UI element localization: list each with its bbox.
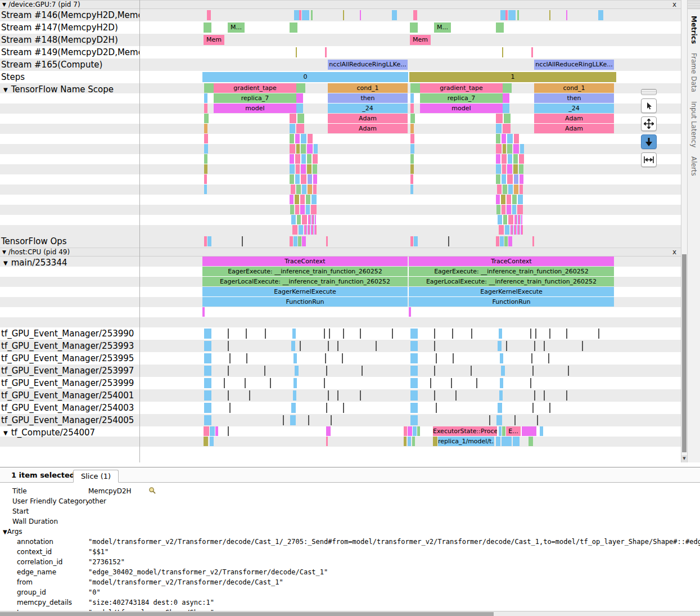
trace-event[interactable] xyxy=(308,215,316,224)
trace-tick[interactable] xyxy=(228,341,229,351)
timeline-lane[interactable] xyxy=(0,225,681,235)
trace-event[interactable] xyxy=(296,124,304,133)
timeline-lane[interactable] xyxy=(0,185,681,195)
trace-tick[interactable] xyxy=(329,329,330,339)
timeline-lane[interactable]: modelmodel_24_24 xyxy=(0,104,681,114)
trace-event[interactable]: TraceContext xyxy=(409,257,614,266)
trace-event[interactable] xyxy=(295,366,299,376)
close-button[interactable]: x xyxy=(672,248,676,256)
trace-tick[interactable] xyxy=(532,403,534,413)
trace-tick[interactable] xyxy=(328,390,329,401)
trace-event[interactable] xyxy=(508,215,513,224)
pan-tool-button[interactable] xyxy=(641,116,657,131)
trace-event[interactable] xyxy=(204,154,207,164)
trace-tick[interactable] xyxy=(362,366,363,376)
trace-event[interactable] xyxy=(496,205,500,214)
trace-event[interactable]: Adam xyxy=(328,124,408,133)
timeline-lane[interactable] xyxy=(0,307,681,317)
trace-event[interactable] xyxy=(410,185,413,194)
trace-event[interactable]: replica_7 xyxy=(214,93,296,103)
trace-event[interactable] xyxy=(297,215,301,224)
trace-event[interactable] xyxy=(503,83,512,93)
trace-event[interactable] xyxy=(343,10,344,20)
track-label[interactable]: tf_GPU_Event_Manager/253995 xyxy=(0,353,139,364)
trace-event[interactable] xyxy=(496,236,499,246)
trace-event[interactable] xyxy=(501,195,505,204)
tab-frame-data[interactable]: Frame Data xyxy=(690,53,698,92)
tab-alerts[interactable]: Alerts xyxy=(690,156,698,176)
trace-event[interactable] xyxy=(204,403,211,413)
trace-event[interactable] xyxy=(204,378,211,388)
trace-event[interactable] xyxy=(293,390,296,401)
trace-event[interactable] xyxy=(296,83,305,93)
trace-event[interactable] xyxy=(410,124,414,133)
trace-event[interactable] xyxy=(499,329,502,339)
trace-event[interactable] xyxy=(498,341,502,351)
track-label[interactable]: Stream #165(Compute) xyxy=(0,59,139,70)
trace-event[interactable] xyxy=(504,114,511,123)
trace-event[interactable]: E... xyxy=(506,426,521,436)
trace-event[interactable] xyxy=(513,164,518,174)
trace-event[interactable] xyxy=(204,185,207,194)
trace-tick[interactable] xyxy=(246,329,247,339)
timeline-lane[interactable] xyxy=(0,447,681,457)
trace-event[interactable] xyxy=(304,225,317,235)
trace-event[interactable] xyxy=(313,154,318,164)
trace-event[interactable]: Mem xyxy=(204,35,224,45)
trace-event[interactable] xyxy=(290,124,295,133)
trace-tick[interactable] xyxy=(265,329,266,339)
trace-tick[interactable] xyxy=(530,329,531,339)
trace-event[interactable] xyxy=(502,47,503,57)
trace-event[interactable] xyxy=(498,403,502,413)
trace-event[interactable] xyxy=(204,164,207,174)
trace-event[interactable] xyxy=(409,307,411,317)
trace-event[interactable] xyxy=(204,144,208,154)
trace-event[interactable] xyxy=(499,426,502,436)
trace-event[interactable] xyxy=(306,205,310,214)
trace-event[interactable]: TraceContext xyxy=(202,257,408,266)
trace-event[interactable]: ncclAllReduceRingLLKe... xyxy=(328,60,408,70)
trace-event[interactable]: _24 xyxy=(328,104,408,113)
trace-event[interactable] xyxy=(308,185,312,194)
trace-tick[interactable] xyxy=(448,236,449,246)
trace-event[interactable] xyxy=(204,236,207,246)
trace-event[interactable] xyxy=(433,437,437,446)
trace-event[interactable] xyxy=(417,426,420,436)
trace-tick[interactable] xyxy=(436,353,437,363)
trace-tick[interactable] xyxy=(337,390,338,401)
trace-event[interactable] xyxy=(500,378,503,388)
trace-tick[interactable] xyxy=(534,341,535,351)
trace-event[interactable] xyxy=(290,415,296,425)
trace-event[interactable] xyxy=(307,164,311,174)
trace-event[interactable] xyxy=(512,205,516,214)
trace-tick[interactable] xyxy=(264,366,265,376)
trace-tick[interactable] xyxy=(342,353,343,363)
trace-tick[interactable] xyxy=(548,353,549,363)
trace-event[interactable] xyxy=(302,215,307,224)
trace-event[interactable] xyxy=(410,144,414,154)
trace-event[interactable] xyxy=(290,205,294,214)
trace-event[interactable] xyxy=(410,378,418,388)
trace-event[interactable] xyxy=(410,341,418,351)
trace-event[interactable] xyxy=(290,114,296,123)
trace-event[interactable] xyxy=(505,225,509,235)
zoom-tool-button[interactable] xyxy=(641,134,657,149)
collapse-icon[interactable]: ▼ xyxy=(3,529,7,535)
trace-event[interactable] xyxy=(549,10,550,20)
trace-event[interactable] xyxy=(204,366,211,376)
trace-event[interactable] xyxy=(500,10,505,20)
trace-event[interactable]: EagerExecute: __inference_train_function… xyxy=(409,267,614,276)
trace-event[interactable] xyxy=(498,215,502,224)
trace-event[interactable] xyxy=(301,134,306,143)
vertical-scrollbar[interactable]: ▼ xyxy=(681,0,687,462)
trace-event[interactable]: EagerLocalExecute: __inference_train_fun… xyxy=(409,277,614,286)
trace-event[interactable] xyxy=(292,329,296,339)
trace-tick[interactable] xyxy=(326,366,327,376)
trace-event[interactable] xyxy=(210,426,215,436)
trace-event[interactable] xyxy=(517,205,523,214)
trace-event[interactable] xyxy=(532,236,534,246)
trace-event[interactable] xyxy=(504,236,508,246)
trace-event[interactable] xyxy=(290,144,295,154)
trace-event[interactable] xyxy=(508,154,512,164)
trace-event[interactable]: Adam xyxy=(534,114,614,123)
